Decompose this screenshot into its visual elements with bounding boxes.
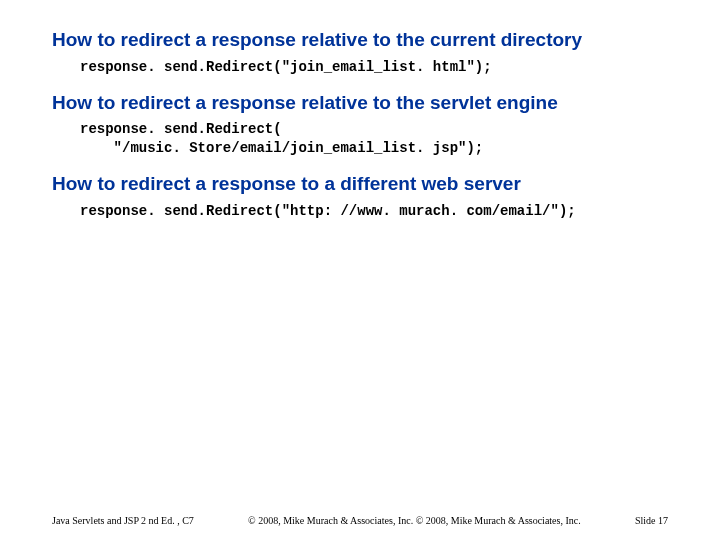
- code-2: response. send.Redirect( "/music. Store/…: [80, 120, 668, 158]
- footer-left: Java Servlets and JSP 2 nd Ed. , C7: [52, 515, 194, 526]
- footer: Java Servlets and JSP 2 nd Ed. , C7 © 20…: [0, 515, 720, 527]
- section-1: How to redirect a response relative to t…: [52, 28, 668, 77]
- footer-center: © 2008, Mike Murach & Associates, Inc. ©…: [194, 515, 635, 527]
- heading-3: How to redirect a response to a differen…: [52, 172, 668, 196]
- slide: How to redirect a response relative to t…: [0, 0, 720, 540]
- code-3: response. send.Redirect("http: //www. mu…: [80, 202, 668, 221]
- heading-1: How to redirect a response relative to t…: [52, 28, 668, 52]
- section-2: How to redirect a response relative to t…: [52, 91, 668, 159]
- code-1: response. send.Redirect("join_email_list…: [80, 58, 668, 77]
- footer-right: Slide 17: [635, 515, 668, 526]
- section-3: How to redirect a response to a differen…: [52, 172, 668, 221]
- heading-2: How to redirect a response relative to t…: [52, 91, 668, 115]
